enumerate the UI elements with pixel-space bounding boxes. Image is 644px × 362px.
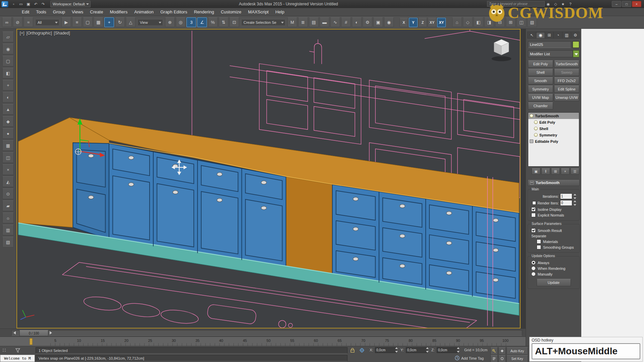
set-key-button[interactable]: Set Key (506, 355, 528, 362)
mirror-icon[interactable]: M (287, 17, 297, 27)
left-toolbar-icon[interactable]: ▧ (2, 237, 14, 247)
modifier-visibility-icon[interactable] (534, 120, 538, 124)
modifier-preset-button[interactable]: Edit Poly (528, 60, 553, 68)
window-crossing-icon[interactable]: ▦ (94, 17, 103, 27)
modifier-stack-item[interactable]: Shell (528, 125, 579, 132)
radio-row[interactable]: When Rendering (531, 266, 576, 270)
misc-toolbar-icon[interactable]: ◨ (484, 17, 494, 27)
misc-toolbar-icon[interactable]: ⊟ (495, 17, 505, 27)
left-toolbar-icon[interactable]: ☼ (2, 213, 14, 223)
select-and-move-icon[interactable]: + (104, 17, 114, 27)
tab-utilities[interactable]: ⚙ (571, 32, 580, 39)
menu-maxscript[interactable]: MAXScript (245, 8, 272, 16)
modifier-stack-item[interactable]: Edit Poly (528, 119, 579, 125)
left-toolbar-icon[interactable]: × (2, 164, 14, 175)
ribbon-toggle-icon[interactable]: ▬ (320, 17, 329, 27)
menu-customize[interactable]: Customize (217, 8, 245, 16)
left-toolbar-icon[interactable]: ◫ (2, 152, 14, 163)
workspace-dropdown[interactable]: Workspace: Default (50, 1, 91, 7)
new-scene-icon[interactable]: ▫ (10, 1, 17, 7)
close-button[interactable]: × (632, 1, 641, 7)
menu-help[interactable]: Help (272, 8, 288, 16)
menu-modifiers[interactable]: Modifiers (106, 8, 131, 16)
checkbox-icon[interactable] (537, 239, 541, 244)
panel-splitter[interactable] (521, 29, 526, 328)
layer-manager-icon[interactable]: ▤ (309, 17, 319, 27)
menu-create[interactable]: Create (87, 8, 106, 16)
modifier-stack-item[interactable]: TurboSmooth (528, 113, 579, 119)
modifier-preset-button[interactable]: Chamfer (528, 102, 553, 110)
checkbox-row[interactable]: Separate (531, 234, 576, 238)
tab-hierarchy[interactable]: ⊞ (545, 32, 554, 39)
coord-x-spinner[interactable] (395, 347, 398, 353)
misc-toolbar-icon[interactable]: ⌂ (452, 17, 462, 27)
undo-icon[interactable]: ↶ (33, 1, 39, 7)
view-cube[interactable] (492, 39, 512, 61)
coord-y-field[interactable] (406, 347, 427, 353)
checkbox-icon[interactable] (537, 245, 541, 249)
key-filters-icon[interactable] (490, 355, 498, 362)
modifier-preset-button[interactable]: Edit Spline (554, 85, 579, 93)
left-toolbar-icon[interactable]: ◉ (2, 44, 14, 54)
favorites-icon[interactable]: ★ (560, 1, 566, 7)
misc-toolbar-icon[interactable]: ◇ (463, 17, 473, 27)
iterations-field[interactable] (560, 193, 572, 199)
viewport-general-menu[interactable]: [+] (20, 31, 24, 36)
radio-icon[interactable] (531, 260, 536, 265)
left-toolbar-icon[interactable]: ▥ (2, 225, 14, 235)
edit-named-selection-sets-icon[interactable]: ⊡ (229, 17, 239, 27)
select-and-link-icon[interactable]: ∞ (2, 17, 12, 27)
object-color-swatch[interactable] (573, 41, 579, 48)
next-frame-icon[interactable] (50, 331, 52, 335)
left-toolbar-icon[interactable]: ⊙ (2, 188, 14, 199)
tab-modify[interactable]: ◉ (536, 32, 545, 39)
left-toolbar-icon[interactable]: ◆ (2, 116, 14, 127)
percent-snap-icon[interactable]: % (208, 17, 218, 27)
open-file-icon[interactable]: ▭ (18, 1, 24, 7)
minimize-button[interactable]: – (612, 1, 621, 7)
checkbox-row[interactable]: Isoline Display (531, 207, 576, 212)
configure-modifier-sets-button[interactable]: ☰ (571, 168, 579, 175)
show-end-result-button[interactable]: ‖ (541, 168, 550, 175)
radio-row[interactable]: Manually (531, 272, 576, 276)
viewport-shading-menu[interactable]: [Shaded] (54, 31, 70, 36)
checkbox-row[interactable]: Explicit Normals (531, 213, 576, 217)
render-iters-checkbox[interactable] (532, 201, 536, 205)
bind-to-space-warp-icon[interactable]: ≈ (23, 17, 33, 27)
spinner-snap-icon[interactable]: ⇅ (219, 17, 228, 27)
menu-group[interactable]: Group (50, 8, 68, 16)
left-toolbar-icon[interactable]: ● (2, 128, 14, 139)
left-toolbar-icon[interactable]: ◧ (2, 68, 14, 78)
viewport-pov-menu[interactable]: [Orthographic] (26, 31, 52, 36)
render-iters-spinner[interactable] (574, 200, 577, 206)
absolute-mode-icon[interactable] (359, 347, 365, 353)
modifier-visibility-icon[interactable] (534, 133, 538, 137)
remove-modifier-button[interactable]: × (561, 168, 570, 175)
use-selection-center-icon[interactable]: ◎ (176, 17, 185, 27)
viewport[interactable]: [+] [Orthographic] [Shaded] (16, 29, 521, 328)
material-editor-icon[interactable]: ◐ (352, 17, 362, 27)
radio-icon[interactable] (531, 272, 536, 276)
axis-constraint-button[interactable]: Z (418, 18, 427, 27)
modifier-preset-button[interactable]: Sweep (554, 69, 579, 76)
save-file-icon[interactable]: ▣ (25, 1, 32, 7)
modifier-preset-button[interactable]: Shell (528, 69, 553, 76)
select-and-rotate-icon[interactable]: ↻ (115, 17, 125, 27)
turbosmooth-rollout-header[interactable]: TurboSmooth (528, 179, 580, 186)
welcome-window-button[interactable]: Welcome to M (0, 355, 35, 362)
modifier-preset-button[interactable]: FFD 2x2x2 (554, 77, 579, 84)
left-toolbar-icon[interactable]: ◐ (2, 92, 14, 103)
coord-x-field[interactable] (375, 347, 396, 353)
select-by-name-icon[interactable]: ≡ (72, 17, 82, 27)
misc-toolbar-icon[interactable]: ◫ (517, 17, 526, 27)
selection-filter-dropdown[interactable]: All (35, 19, 59, 26)
modifier-list-dropdown[interactable]: Modifier List (528, 50, 573, 57)
misc-toolbar-icon[interactable]: ◧ (474, 17, 483, 27)
menu-edit[interactable]: Edit (18, 8, 33, 16)
render-production-icon[interactable]: ◉ (384, 17, 394, 27)
modifier-preset-button[interactable]: Unwrap UVW (554, 94, 579, 101)
checkbox-icon[interactable] (531, 207, 536, 212)
schematic-view-icon[interactable]: # (341, 17, 351, 27)
modifier-preset-button[interactable]: UVW Map (528, 94, 553, 101)
use-pivot-center-icon[interactable]: ⊕ (165, 17, 175, 27)
